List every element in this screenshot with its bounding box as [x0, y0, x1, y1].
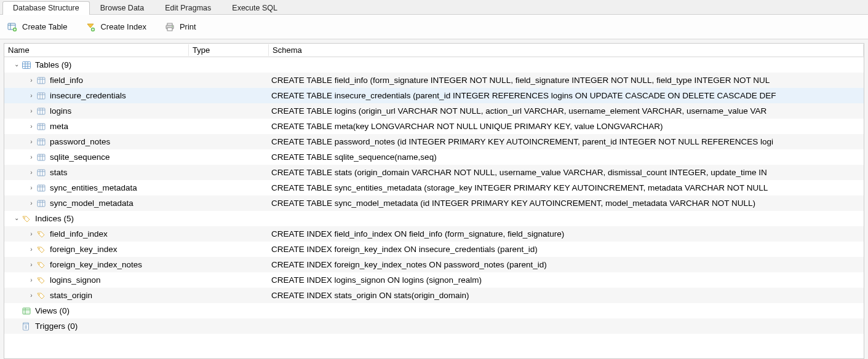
- index-row[interactable]: › logins_signonCREATE INDEX logins_signo…: [4, 272, 864, 288]
- tab-edit-pragmas[interactable]: Edit Pragmas: [154, 1, 221, 15]
- schema-cell: CREATE TABLE stats (origin_domain VARCHA…: [269, 168, 864, 177]
- header-schema[interactable]: Schema: [269, 44, 864, 56]
- expand-toggle-icon[interactable]: ›: [28, 292, 35, 299]
- views-group-icon: [22, 306, 31, 316]
- table-row[interactable]: › loginsCREATE TABLE logins (origin_url …: [4, 103, 864, 119]
- toolbar: Create Table Create Index Print: [0, 15, 868, 39]
- svg-rect-13: [23, 61, 31, 68]
- svg-point-55: [39, 232, 40, 234]
- svg-point-59: [39, 294, 40, 295]
- expand-toggle-icon[interactable]: ›: [28, 261, 35, 268]
- index-icon: [36, 275, 46, 285]
- tab-database-structure[interactable]: Database Structure: [2, 1, 90, 15]
- tab-strip: Database Structure Browse Data Edit Prag…: [0, 0, 868, 15]
- svg-rect-60: [23, 308, 30, 314]
- svg-point-56: [39, 248, 40, 249]
- header-name[interactable]: Name: [4, 44, 189, 56]
- print-label: Print: [180, 22, 196, 31]
- svg-rect-18: [38, 77, 45, 84]
- table-add-icon: [7, 22, 17, 32]
- tab-browse-data[interactable]: Browse Data: [90, 1, 155, 15]
- group-label: Indices (5): [35, 214, 74, 223]
- schema-cell: CREATE TABLE insecure_credentials (paren…: [269, 91, 864, 100]
- table-row[interactable]: › metaCREATE TABLE meta(key LONGVARCHAR …: [4, 119, 864, 134]
- svg-rect-46: [38, 185, 45, 191]
- index-row[interactable]: › foreign_key_index_notesCREATE INDEX fo…: [4, 257, 864, 272]
- table-name: insecure_credentials: [50, 91, 126, 100]
- triggers-group-icon: [22, 322, 31, 331]
- svg-rect-26: [38, 108, 45, 114]
- expand-toggle-icon[interactable]: ›: [28, 277, 35, 283]
- index-name: logins_signon: [50, 275, 101, 285]
- expand-toggle-icon[interactable]: ›: [28, 77, 35, 84]
- table-name: logins: [50, 106, 71, 116]
- index-name: foreign_key_index: [50, 245, 117, 254]
- table-icon: [36, 168, 46, 178]
- table-name: meta: [50, 122, 68, 131]
- schema-cell: CREATE TABLE logins (origin_url VARCHAR …: [269, 106, 864, 116]
- expand-toggle-icon[interactable]: ›: [28, 123, 35, 130]
- svg-rect-42: [38, 170, 45, 176]
- table-row[interactable]: › insecure_credentialsCREATE TABLE insec…: [4, 88, 864, 103]
- expand-toggle-icon[interactable]: ›: [28, 200, 35, 207]
- table-name: sync_model_metadata: [50, 199, 133, 208]
- group-triggers[interactable]: Triggers (0): [4, 318, 864, 334]
- group-views[interactable]: Views (0): [4, 303, 864, 318]
- table-row[interactable]: › field_infoCREATE TABLE field_info (for…: [4, 73, 864, 88]
- index-add-icon: [86, 22, 95, 32]
- index-row[interactable]: › stats_originCREATE INDEX stats_origin …: [4, 288, 864, 303]
- expand-toggle-icon[interactable]: ›: [28, 154, 35, 160]
- index-name: foreign_key_index_notes: [50, 260, 142, 269]
- schema-cell: CREATE TABLE password_notes (id INTEGER …: [269, 137, 864, 146]
- table-row[interactable]: › password_notesCREATE TABLE password_no…: [4, 134, 864, 149]
- schema-cell: CREATE INDEX foreign_key_index_notes ON …: [269, 260, 864, 269]
- expand-toggle-icon[interactable]: ⌄: [13, 61, 20, 68]
- index-row[interactable]: › field_info_indexCREATE INDEX field_inf…: [4, 226, 864, 242]
- index-name: field_info_index: [50, 229, 108, 239]
- schema-cell: CREATE INDEX stats_origin ON stats(origi…: [269, 291, 864, 300]
- create-table-button[interactable]: Create Table: [7, 22, 67, 32]
- expand-toggle-icon[interactable]: ›: [28, 138, 35, 145]
- create-index-button[interactable]: Create Index: [86, 22, 146, 32]
- table-icon: [36, 76, 46, 85]
- expand-toggle-icon[interactable]: ›: [28, 246, 35, 253]
- table-icon: [36, 106, 46, 116]
- indices-group-icon: [22, 214, 31, 224]
- tab-execute-sql[interactable]: Execute SQL: [221, 1, 288, 15]
- table-row[interactable]: › statsCREATE TABLE stats (origin_domain…: [4, 165, 864, 180]
- expand-toggle-icon[interactable]: ›: [28, 184, 35, 191]
- group-indices[interactable]: ⌄ Indices (5): [4, 211, 864, 226]
- create-table-label: Create Table: [22, 22, 67, 31]
- table-icon: [36, 199, 46, 208]
- column-headers: Name Type Schema: [4, 44, 864, 57]
- expand-toggle-icon[interactable]: ›: [28, 231, 35, 237]
- schema-cell: CREATE TABLE meta(key LONGVARCHAR NOT NU…: [269, 122, 864, 131]
- schema-cell: CREATE TABLE sync_entities_metadata (sto…: [269, 183, 864, 192]
- schema-cell: CREATE INDEX logins_signon ON logins (si…: [269, 275, 864, 285]
- group-label: Views (0): [35, 306, 70, 315]
- table-icon: [36, 137, 46, 147]
- header-type[interactable]: Type: [189, 44, 269, 56]
- index-row[interactable]: › foreign_key_indexCREATE INDEX foreign_…: [4, 242, 864, 257]
- group-label: Triggers (0): [35, 322, 78, 331]
- svg-rect-11: [167, 28, 172, 31]
- table-icon: [36, 91, 46, 101]
- structure-tree[interactable]: ⌄ Tables (9)› field_infoCREATE TABLE fie…: [4, 57, 864, 334]
- svg-point-54: [24, 217, 25, 218]
- table-row[interactable]: › sync_entities_metadataCREATE TABLE syn…: [4, 180, 864, 195]
- expand-toggle-icon[interactable]: ›: [28, 169, 35, 176]
- table-icon: [36, 183, 46, 193]
- table-row[interactable]: › sync_model_metadataCREATE TABLE sync_m…: [4, 195, 864, 211]
- table-icon: [36, 122, 46, 132]
- svg-point-12: [172, 26, 173, 27]
- print-button[interactable]: Print: [165, 22, 196, 32]
- table-icon: [36, 152, 46, 162]
- tables-group-icon: [22, 60, 31, 70]
- expand-toggle-icon[interactable]: ›: [28, 108, 35, 114]
- group-tables[interactable]: ⌄ Tables (9): [4, 57, 864, 73]
- table-row[interactable]: › sqlite_sequenceCREATE TABLE sqlite_seq…: [4, 149, 864, 165]
- expand-toggle-icon[interactable]: ›: [28, 92, 35, 99]
- svg-rect-30: [38, 124, 45, 130]
- svg-point-57: [39, 263, 40, 264]
- expand-toggle-icon[interactable]: ⌄: [13, 215, 20, 221]
